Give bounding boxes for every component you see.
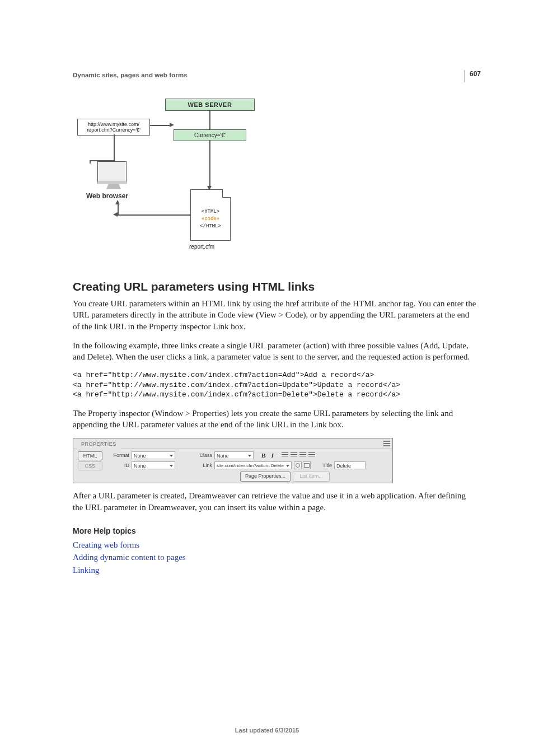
more-help-heading: More Help topics bbox=[73, 526, 478, 535]
body-paragraph-4: After a URL parameter is created, Dreamw… bbox=[73, 490, 478, 513]
body-paragraph-2: In the following example, three links cr… bbox=[73, 340, 478, 363]
ul-icon[interactable] bbox=[282, 452, 288, 458]
format-label: Format bbox=[107, 452, 129, 458]
section-heading: Creating URL parameters using HTML links bbox=[73, 280, 478, 293]
page-properties-button[interactable]: Page Properties... bbox=[240, 472, 291, 482]
header-line: Dynamic sites, pages and web forms bbox=[73, 72, 478, 78]
list-item-button[interactable]: List Item... bbox=[293, 472, 330, 482]
link-input[interactable]: site.com/index.cfm?action=Delete bbox=[214, 461, 292, 469]
monitor-icon bbox=[97, 161, 127, 184]
title-input[interactable]: Delete bbox=[334, 461, 366, 469]
diagram-page-icon: <HTML> «code» </HTML> bbox=[190, 189, 231, 241]
footer-last-updated: Last updated 6/3/2015 bbox=[0, 727, 534, 734]
outdent-icon[interactable] bbox=[299, 452, 306, 458]
monitor-base-icon bbox=[106, 184, 121, 189]
format-dropdown[interactable]: None bbox=[132, 451, 175, 459]
link-creating-web-forms[interactable]: Creating web forms bbox=[73, 539, 478, 552]
code-block: <a href="http://www.mysite.com/index.cfm… bbox=[73, 370, 478, 400]
css-mode-button[interactable]: CSS bbox=[78, 461, 102, 470]
ol-icon[interactable] bbox=[291, 452, 297, 458]
body-paragraph-3: The Property inspector (Window > Propert… bbox=[73, 408, 478, 431]
diagram-web-server: http://www.mysite.com/ report.cfm?Curren… bbox=[73, 94, 257, 268]
properties-tab[interactable]: PROPERTIES bbox=[77, 440, 121, 449]
diagram-web-browser-label: Web browser bbox=[86, 192, 128, 200]
page-number: 607 bbox=[465, 70, 481, 82]
title-label: Title bbox=[317, 463, 332, 468]
link-adding-dynamic-content[interactable]: Adding dynamic content to pages bbox=[73, 551, 478, 564]
diagram-currency-box: Currency='€' bbox=[174, 129, 246, 141]
link-label: Link bbox=[195, 463, 212, 468]
browse-folder-icon[interactable] bbox=[303, 461, 311, 469]
class-dropdown[interactable]: None bbox=[214, 451, 254, 459]
diagram-webserver-box: WEB SERVER bbox=[165, 99, 255, 111]
id-label: ID bbox=[107, 463, 129, 468]
bold-icon[interactable]: B bbox=[260, 452, 267, 459]
html-mode-button[interactable]: HTML bbox=[78, 451, 102, 460]
italic-icon[interactable]: I bbox=[269, 452, 276, 459]
diagram-url-box: http://www.mysite.com/ report.cfm?Curren… bbox=[77, 119, 150, 136]
id-dropdown[interactable]: None bbox=[132, 461, 175, 469]
class-label: Class bbox=[195, 452, 212, 458]
panel-menu-icon[interactable] bbox=[383, 441, 390, 446]
link-linking[interactable]: Linking bbox=[73, 564, 478, 577]
diagram-report-cfm-label: report.cfm bbox=[189, 244, 214, 250]
point-to-file-icon[interactable] bbox=[294, 461, 302, 469]
indent-icon[interactable] bbox=[308, 452, 315, 458]
body-paragraph-1: You create URL parameters within an HTML… bbox=[73, 298, 478, 332]
property-inspector-panel: PROPERTIES HTML CSS Format None ID None … bbox=[73, 438, 393, 483]
